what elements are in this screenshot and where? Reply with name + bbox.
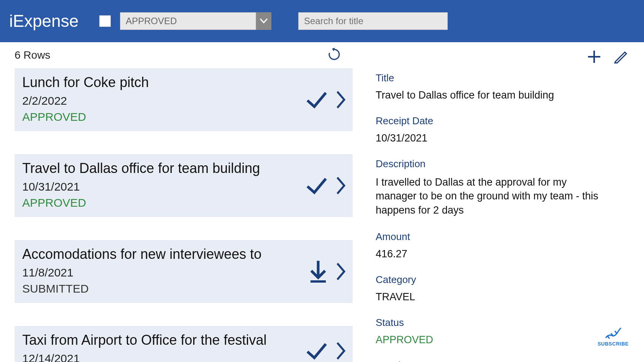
expense-status: SUBMITTED bbox=[22, 282, 345, 295]
filter-checkbox[interactable] bbox=[99, 15, 111, 27]
detail-toolbar bbox=[376, 49, 640, 64]
expense-title: Lunch for Coke pitch bbox=[22, 74, 345, 90]
label-category: Category bbox=[376, 274, 629, 286]
chevron-right-icon[interactable] bbox=[336, 262, 346, 281]
subscribe-label: SUBSCRIBE bbox=[598, 341, 629, 347]
expense-date: 11/8/2021 bbox=[22, 266, 345, 279]
card-actions bbox=[307, 259, 346, 284]
value-description: I travelled to Dallas at the approval fo… bbox=[376, 175, 606, 217]
chevron-right-icon[interactable] bbox=[336, 90, 346, 109]
expense-card[interactable]: Accomodations for new interviewees to 11… bbox=[15, 240, 353, 303]
detail-pane: Title Travel to Dallas office for team b… bbox=[353, 42, 644, 362]
value-receipt-date: 10/31/2021 bbox=[376, 132, 629, 144]
value-status: APPROVED bbox=[376, 334, 629, 346]
expense-list[interactable]: Lunch for Coke pitch 2/2/2022 APPROVED T… bbox=[15, 68, 353, 362]
status-filter-select[interactable]: APPROVED bbox=[120, 12, 271, 30]
label-amount: Amount bbox=[376, 231, 629, 243]
row-count-label: 6 Rows bbox=[15, 49, 50, 61]
value-amount: 416.27 bbox=[376, 248, 629, 260]
expense-title: Travel to Dallas office for team buildin… bbox=[22, 160, 345, 176]
expense-date: 10/31/2021 bbox=[22, 180, 345, 193]
expense-date: 2/2/2022 bbox=[22, 94, 345, 107]
expense-list-pane: 6 Rows Lunch for Coke pitch 2/2/2022 APP… bbox=[0, 42, 353, 362]
card-actions bbox=[304, 175, 346, 196]
expense-status: APPROVED bbox=[22, 110, 345, 123]
chevron-down-icon[interactable] bbox=[256, 12, 271, 30]
search-input[interactable] bbox=[298, 12, 448, 30]
label-description: Description bbox=[376, 158, 629, 170]
value-title: Travel to Dallas office for team buildin… bbox=[376, 89, 629, 101]
add-icon[interactable] bbox=[586, 49, 602, 64]
card-actions bbox=[304, 340, 346, 362]
check-icon[interactable] bbox=[304, 89, 329, 110]
edit-icon[interactable] bbox=[613, 49, 629, 64]
refresh-icon[interactable] bbox=[327, 48, 341, 63]
app-header: iExpense APPROVED bbox=[0, 0, 644, 42]
chevron-right-icon[interactable] bbox=[336, 176, 346, 195]
expense-date: 12/14/2021 bbox=[22, 352, 345, 362]
expense-card[interactable]: Lunch for Coke pitch 2/2/2022 APPROVED bbox=[15, 68, 353, 131]
status-filter-value: APPROVED bbox=[120, 12, 256, 30]
app-title: iExpense bbox=[9, 12, 79, 31]
value-category: TRAVEL bbox=[376, 291, 629, 303]
label-title: Title bbox=[376, 72, 629, 84]
label-receipt-date: Receipt Date bbox=[376, 115, 629, 127]
expense-card[interactable]: Travel to Dallas office for team buildin… bbox=[15, 154, 353, 217]
label-attachments: Attachments bbox=[376, 360, 629, 362]
chevron-right-icon[interactable] bbox=[336, 341, 346, 360]
download-icon[interactable] bbox=[307, 259, 329, 284]
main-content: 6 Rows Lunch for Coke pitch 2/2/2022 APP… bbox=[0, 42, 644, 362]
list-toolbar: 6 Rows bbox=[15, 48, 353, 63]
card-actions bbox=[304, 89, 346, 110]
check-icon[interactable] bbox=[304, 175, 329, 196]
expense-card[interactable]: Taxi from Airport to Office for the fest… bbox=[15, 326, 353, 362]
expense-title: Taxi from Airport to Office for the fest… bbox=[22, 332, 345, 348]
subscribe-badge[interactable]: SUBSCRIBE bbox=[598, 326, 629, 347]
expense-title: Accomodations for new interviewees to bbox=[22, 246, 345, 262]
check-icon[interactable] bbox=[304, 340, 329, 362]
expense-status: APPROVED bbox=[22, 196, 345, 209]
label-status: Status bbox=[376, 317, 629, 329]
detail-scroll[interactable]: Title Travel to Dallas office for team b… bbox=[376, 72, 640, 362]
